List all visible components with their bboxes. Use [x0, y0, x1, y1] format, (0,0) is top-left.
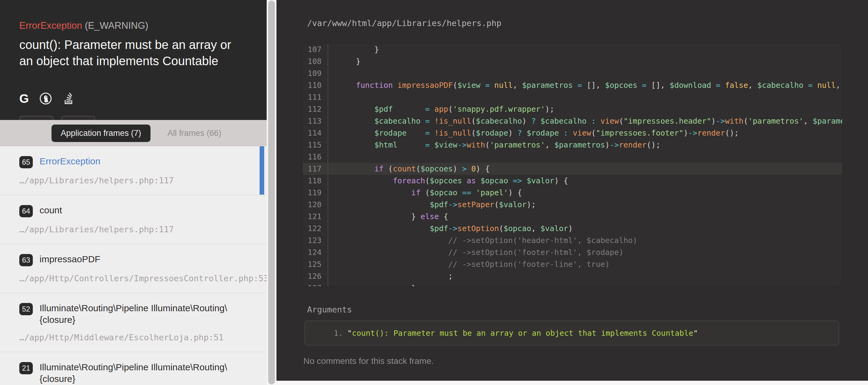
line-code: if (count($opcoes) > 0) {: [328, 163, 842, 175]
code-token: ): [605, 140, 610, 149]
line-code: [328, 151, 842, 163]
frame-title-row: 64count: [19, 204, 245, 217]
stack-frame-item[interactable]: 63impressaoPDF…/app/Http/Controllers/Imp…: [0, 244, 267, 293]
code-token: }: [337, 57, 361, 66]
code-token: 'snappy.pdf.wrapper': [453, 105, 545, 113]
code-token: :: [587, 116, 600, 126]
tab-all-frames[interactable]: All frames (66): [168, 125, 222, 142]
exception-class: ErrorException: [19, 20, 82, 31]
code-token: (: [471, 129, 476, 137]
frame-file-path: …/app/Libraries/helpers.php:117: [19, 224, 245, 234]
code-line: 108 }: [303, 56, 842, 67]
code-line: 115 $html = $view->with('parametros', $p…: [303, 139, 842, 151]
code-line-highlighted: 117 if (count($opcoes) > 0) {: [303, 163, 842, 175]
line-code: ;: [328, 270, 842, 282]
code-token: $view: [457, 81, 480, 90]
code-token: ): [568, 224, 573, 233]
code-token: false: [725, 81, 748, 90]
stack-frame-item[interactable]: 52Illuminate\Routing\Pipeline Illuminate…: [0, 293, 267, 352]
code-token: view: [573, 129, 591, 137]
line-number: 112: [303, 103, 328, 115]
active-frame-indicator: [259, 146, 264, 195]
code-token: $valor: [527, 176, 554, 185]
secondary-action-button[interactable]: [61, 116, 95, 120]
frame-index-badge: 21: [19, 362, 33, 374]
code-line: 121 } else {: [303, 211, 842, 222]
line-code: function impressaoPDF($view = null, $par…: [328, 79, 842, 91]
code-token: ): [683, 129, 688, 137]
code-token: 0: [471, 164, 476, 173]
code-token: $parametros: [554, 140, 605, 149]
duckduckgo-icon[interactable]: [39, 92, 52, 105]
line-code: // ->setOption('footer-html', $rodape): [328, 246, 842, 258]
copy-button[interactable]: [19, 116, 54, 120]
code-token: $pdf: [374, 105, 393, 113]
code-token: [337, 176, 393, 185]
frames-tabbar: Application frames (7) All frames (66): [0, 120, 267, 146]
code-token: 'parametros': [748, 116, 804, 126]
code-token: [337, 164, 374, 173]
code-token: render: [697, 129, 725, 137]
google-icon[interactable]: G: [19, 93, 29, 105]
code-token: =: [803, 81, 817, 90]
code-line: 116: [303, 151, 842, 163]
code-line: 126 ;: [303, 270, 842, 282]
code-token: with: [725, 116, 743, 126]
code-line: 110 function impressaoPDF($view = null, …: [303, 79, 842, 91]
code-token: "impressoes.footer": [596, 129, 683, 137]
code-token: ->: [448, 224, 457, 233]
argument-open-quote: ": [347, 329, 352, 338]
code-token: ;: [337, 272, 453, 281]
code-token: if: [411, 188, 421, 197]
code-token: $opcao: [480, 176, 508, 185]
line-code: $pdf->setPaper($valor);: [328, 199, 842, 211]
line-code: }: [328, 43, 842, 56]
line-number: 108: [303, 56, 328, 67]
stackoverflow-icon[interactable]: [63, 92, 75, 105]
code-line: 120 $pdf->setPaper($valor);: [303, 199, 842, 211]
code-token: ): [711, 116, 716, 126]
tab-application-frames[interactable]: Application frames (7): [52, 125, 151, 142]
code-token: ,: [803, 116, 812, 126]
frame-index-badge: 63: [19, 254, 33, 266]
line-number: 122: [303, 222, 328, 235]
stack-frame-item[interactable]: 64count…/app/Libraries/helpers.php:117: [0, 195, 267, 244]
code-token: {: [439, 212, 448, 221]
code-token: null: [817, 81, 836, 90]
code-token: [393, 105, 425, 113]
code-token: [337, 140, 374, 149]
line-number: 111: [303, 91, 328, 103]
code-token: ==: [457, 188, 476, 197]
code-token: // ->setOption('footer-line', true): [448, 260, 610, 269]
line-number: 117: [303, 163, 328, 175]
code-token: [],: [651, 81, 670, 90]
stack-frame-item[interactable]: 65ErrorException…/app/Libraries/helpers.…: [0, 146, 267, 195]
code-token: view: [600, 116, 619, 126]
line-code: $rodape = !is_null($rodape) ? $rodape : …: [328, 127, 842, 139]
code-token: [337, 116, 374, 126]
sidebar-scrollbar-track[interactable]: [267, 0, 276, 385]
stack-frame-item[interactable]: 21Illuminate\Routing\Pipeline Illuminate…: [0, 352, 267, 385]
line-code: // ->setOption('footer-line', true): [328, 258, 842, 270]
code-token: $rodape: [476, 129, 508, 137]
code-token: [462, 176, 466, 185]
code-token: >: [457, 164, 471, 173]
code-token: ): [508, 129, 513, 137]
code-token: :: [559, 129, 573, 137]
code-line: 113 $cabecalho = !is_null($cabecalho) ? …: [303, 115, 842, 127]
code-token: ): [522, 116, 527, 126]
code-token: // ->setOption('header-html', $cabecalho…: [448, 236, 637, 245]
frame-name: ErrorException: [39, 155, 100, 167]
code-token: =: [573, 81, 587, 90]
code-token: ?: [513, 129, 527, 137]
code-token: =: [637, 81, 651, 90]
code-token: [337, 248, 448, 257]
line-number: 125: [303, 258, 328, 270]
sidebar-scrollbar-thumb[interactable]: [268, 1, 275, 384]
next-section-edge: [276, 381, 868, 385]
code-token: [398, 140, 425, 149]
code-token: );: [527, 200, 536, 209]
code-token: =: [480, 81, 494, 90]
code-token: =: [425, 105, 434, 113]
frame-name: Illuminate\Routing\Pipeline Illuminate\R…: [39, 361, 227, 384]
